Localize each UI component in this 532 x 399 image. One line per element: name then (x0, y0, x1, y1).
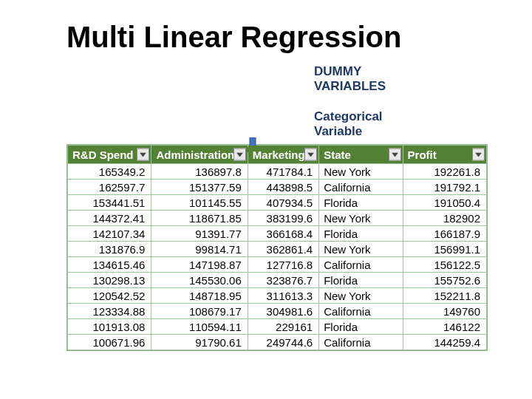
cell-state: California (319, 304, 403, 319)
data-table: R&D Spend Administration Marketing (66, 144, 488, 351)
cell-state: California (319, 335, 403, 350)
cell-administration: 101145.55 (151, 195, 248, 211)
page-title: Multi Linear Regression (66, 21, 488, 54)
table-row: 101913.08110594.11229161Florida146122 (68, 319, 487, 335)
cell-state: Florida (319, 226, 403, 242)
col-header-label: R&D Spend (72, 149, 134, 161)
cell-profit: 182902 (403, 211, 486, 226)
cell-state: New York (319, 242, 403, 257)
cell-state: Florida (319, 195, 403, 211)
cell-marketing: 383199.6 (248, 211, 318, 226)
table-header-row: R&D Spend Administration Marketing (68, 146, 487, 164)
table-row: 144372.41118671.85383199.6New York182902 (68, 211, 487, 226)
cell-administration: 91790.61 (151, 335, 248, 350)
cell-rd-spend: 130298.13 (68, 273, 151, 288)
col-header-state[interactable]: State (319, 146, 403, 164)
cell-profit: 149760 (403, 304, 486, 319)
table-row: 162597.7151377.59443898.5California19179… (68, 180, 487, 195)
col-header-label: Marketing (253, 149, 305, 161)
table-row: 131876.999814.71362861.4New York156991.1 (68, 242, 487, 257)
cell-rd-spend: 144372.41 (68, 211, 151, 226)
cell-state: New York (319, 288, 403, 304)
cell-profit: 155752.6 (403, 273, 486, 288)
filter-dropdown-icon[interactable] (304, 149, 317, 161)
cell-rd-spend: 100671.96 (68, 335, 151, 350)
cell-marketing: 249744.6 (248, 335, 318, 350)
cell-state: Florida (319, 319, 403, 335)
table-row: 130298.13145530.06323876.7Florida155752.… (68, 273, 487, 288)
cell-rd-spend: 123334.88 (68, 304, 151, 319)
table-row: 134615.46147198.87127716.8California1561… (68, 257, 487, 273)
cell-administration: 110594.11 (151, 319, 248, 335)
cell-marketing: 127716.8 (248, 257, 318, 273)
cell-profit: 192261.8 (403, 164, 486, 180)
cell-rd-spend: 142107.34 (68, 226, 151, 242)
cell-administration: 148718.95 (151, 288, 248, 304)
cell-marketing: 311613.3 (248, 288, 318, 304)
col-header-label: Profit (408, 149, 437, 161)
cell-administration: 108679.17 (151, 304, 248, 319)
cell-rd-spend: 134615.46 (68, 257, 151, 273)
col-header-rd-spend[interactable]: R&D Spend (68, 146, 151, 164)
table-body: 165349.2136897.8471784.1New York192261.8… (68, 164, 487, 350)
cell-administration: 99814.71 (151, 242, 248, 257)
cell-state: California (319, 180, 403, 195)
filter-dropdown-icon[interactable] (233, 149, 246, 161)
table-row: 142107.3491391.77366168.4Florida166187.9 (68, 226, 487, 242)
callout-line2: Variable (314, 124, 362, 138)
filter-dropdown-icon[interactable] (472, 149, 485, 161)
table-row: 165349.2136897.8471784.1New York192261.8 (68, 164, 487, 180)
cell-administration: 145530.06 (151, 273, 248, 288)
cell-marketing: 304981.6 (248, 304, 318, 319)
table-row: 100671.9691790.61249744.6California14425… (68, 335, 487, 350)
col-header-marketing[interactable]: Marketing (248, 146, 318, 164)
col-header-label: Administration (156, 149, 234, 161)
cell-administration: 118671.85 (151, 211, 248, 226)
cell-profit: 144259.4 (403, 335, 486, 350)
cell-marketing: 471784.1 (248, 164, 318, 180)
cell-state: California (319, 257, 403, 273)
col-header-label: State (324, 149, 351, 161)
cell-administration: 151377.59 (151, 180, 248, 195)
filter-dropdown-icon[interactable] (137, 149, 149, 161)
cell-marketing: 443898.5 (248, 180, 318, 195)
callout-categorical-variable: Categorical Variable (314, 109, 488, 138)
cell-rd-spend: 120542.52 (68, 288, 151, 304)
cell-profit: 156122.5 (403, 257, 486, 273)
table-row: 120542.52148718.95311613.3New York152211… (68, 288, 487, 304)
cell-profit: 191050.4 (403, 195, 486, 211)
cell-state: Florida (319, 273, 403, 288)
subheading-line1: DUMMY (314, 64, 361, 78)
callout-line1: Categorical (314, 109, 383, 123)
col-header-administration[interactable]: Administration (151, 146, 248, 164)
subheading-line2: VARIABLES (314, 79, 386, 93)
cell-rd-spend: 101913.08 (68, 319, 151, 335)
cell-profit: 146122 (403, 319, 486, 335)
cell-rd-spend: 131876.9 (68, 242, 151, 257)
subheading-dummy-variables: DUMMY VARIABLES (314, 64, 488, 93)
cell-profit: 166187.9 (403, 226, 486, 242)
cell-marketing: 229161 (248, 319, 318, 335)
cell-rd-spend: 165349.2 (68, 164, 151, 180)
cell-marketing: 362861.4 (248, 242, 318, 257)
cell-profit: 156991.1 (403, 242, 486, 257)
cell-administration: 147198.87 (151, 257, 248, 273)
table-row: 153441.51101145.55407934.5Florida191050.… (68, 195, 487, 211)
cell-profit: 191792.1 (403, 180, 486, 195)
col-header-profit[interactable]: Profit (403, 146, 486, 164)
cell-rd-spend: 162597.7 (68, 180, 151, 195)
cell-marketing: 407934.5 (248, 195, 318, 211)
table-row: 123334.88108679.17304981.6California1497… (68, 304, 487, 319)
cell-administration: 91391.77 (151, 226, 248, 242)
cell-rd-spend: 153441.51 (68, 195, 151, 211)
cell-marketing: 366168.4 (248, 226, 318, 242)
cell-marketing: 323876.7 (248, 273, 318, 288)
filter-dropdown-icon[interactable] (389, 149, 401, 161)
cell-administration: 136897.8 (151, 164, 248, 180)
cell-state: New York (319, 211, 403, 226)
cell-state: New York (319, 164, 403, 180)
cell-profit: 152211.8 (403, 288, 486, 304)
